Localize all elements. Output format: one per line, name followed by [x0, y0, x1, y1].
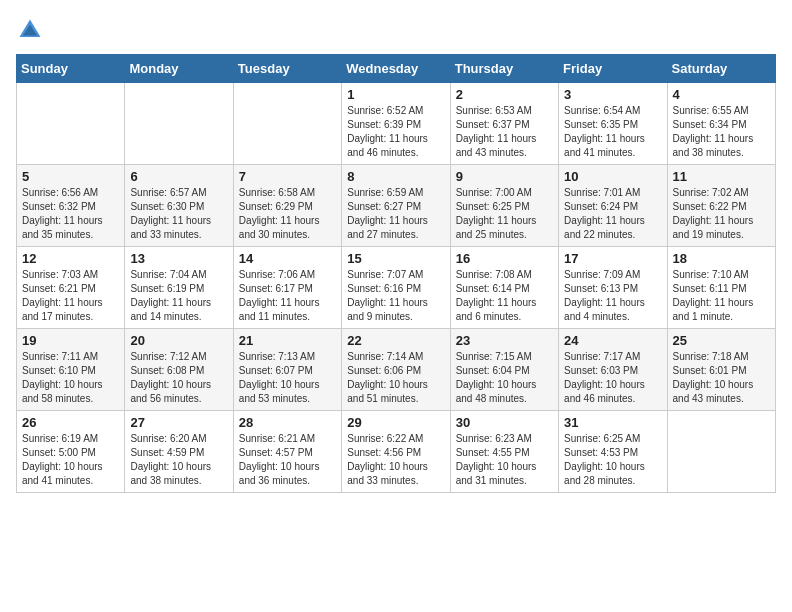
day-number: 28	[239, 415, 336, 430]
day-number: 27	[130, 415, 227, 430]
calendar-cell: 5Sunrise: 6:56 AM Sunset: 6:32 PM Daylig…	[17, 165, 125, 247]
calendar-cell: 31Sunrise: 6:25 AM Sunset: 4:53 PM Dayli…	[559, 411, 667, 493]
day-number: 15	[347, 251, 444, 266]
day-number: 5	[22, 169, 119, 184]
logo-icon	[16, 16, 44, 44]
calendar-cell: 7Sunrise: 6:58 AM Sunset: 6:29 PM Daylig…	[233, 165, 341, 247]
calendar-cell: 22Sunrise: 7:14 AM Sunset: 6:06 PM Dayli…	[342, 329, 450, 411]
day-info: Sunrise: 6:21 AM Sunset: 4:57 PM Dayligh…	[239, 432, 336, 488]
calendar-cell: 20Sunrise: 7:12 AM Sunset: 6:08 PM Dayli…	[125, 329, 233, 411]
day-info: Sunrise: 6:56 AM Sunset: 6:32 PM Dayligh…	[22, 186, 119, 242]
calendar-cell	[667, 411, 775, 493]
day-info: Sunrise: 6:22 AM Sunset: 4:56 PM Dayligh…	[347, 432, 444, 488]
calendar-cell: 26Sunrise: 6:19 AM Sunset: 5:00 PM Dayli…	[17, 411, 125, 493]
calendar-cell: 23Sunrise: 7:15 AM Sunset: 6:04 PM Dayli…	[450, 329, 558, 411]
day-number: 25	[673, 333, 770, 348]
day-number: 14	[239, 251, 336, 266]
calendar-cell: 18Sunrise: 7:10 AM Sunset: 6:11 PM Dayli…	[667, 247, 775, 329]
day-number: 11	[673, 169, 770, 184]
calendar-cell: 15Sunrise: 7:07 AM Sunset: 6:16 PM Dayli…	[342, 247, 450, 329]
calendar-cell: 27Sunrise: 6:20 AM Sunset: 4:59 PM Dayli…	[125, 411, 233, 493]
day-number: 13	[130, 251, 227, 266]
calendar-cell: 8Sunrise: 6:59 AM Sunset: 6:27 PM Daylig…	[342, 165, 450, 247]
day-info: Sunrise: 7:10 AM Sunset: 6:11 PM Dayligh…	[673, 268, 770, 324]
weekday-header: Thursday	[450, 55, 558, 83]
calendar-cell: 21Sunrise: 7:13 AM Sunset: 6:07 PM Dayli…	[233, 329, 341, 411]
calendar-week-row: 5Sunrise: 6:56 AM Sunset: 6:32 PM Daylig…	[17, 165, 776, 247]
day-info: Sunrise: 7:12 AM Sunset: 6:08 PM Dayligh…	[130, 350, 227, 406]
day-number: 22	[347, 333, 444, 348]
day-info: Sunrise: 6:20 AM Sunset: 4:59 PM Dayligh…	[130, 432, 227, 488]
calendar-cell: 30Sunrise: 6:23 AM Sunset: 4:55 PM Dayli…	[450, 411, 558, 493]
day-info: Sunrise: 6:23 AM Sunset: 4:55 PM Dayligh…	[456, 432, 553, 488]
day-info: Sunrise: 7:04 AM Sunset: 6:19 PM Dayligh…	[130, 268, 227, 324]
calendar-week-row: 12Sunrise: 7:03 AM Sunset: 6:21 PM Dayli…	[17, 247, 776, 329]
calendar-cell: 2Sunrise: 6:53 AM Sunset: 6:37 PM Daylig…	[450, 83, 558, 165]
weekday-header: Friday	[559, 55, 667, 83]
day-number: 6	[130, 169, 227, 184]
day-info: Sunrise: 7:01 AM Sunset: 6:24 PM Dayligh…	[564, 186, 661, 242]
day-info: Sunrise: 7:13 AM Sunset: 6:07 PM Dayligh…	[239, 350, 336, 406]
day-info: Sunrise: 6:52 AM Sunset: 6:39 PM Dayligh…	[347, 104, 444, 160]
day-number: 29	[347, 415, 444, 430]
calendar-cell	[125, 83, 233, 165]
day-number: 2	[456, 87, 553, 102]
weekday-header: Tuesday	[233, 55, 341, 83]
weekday-header: Wednesday	[342, 55, 450, 83]
weekday-header: Monday	[125, 55, 233, 83]
day-info: Sunrise: 7:08 AM Sunset: 6:14 PM Dayligh…	[456, 268, 553, 324]
day-number: 10	[564, 169, 661, 184]
day-info: Sunrise: 7:17 AM Sunset: 6:03 PM Dayligh…	[564, 350, 661, 406]
day-info: Sunrise: 6:58 AM Sunset: 6:29 PM Dayligh…	[239, 186, 336, 242]
calendar-cell	[17, 83, 125, 165]
day-number: 1	[347, 87, 444, 102]
day-info: Sunrise: 7:11 AM Sunset: 6:10 PM Dayligh…	[22, 350, 119, 406]
day-info: Sunrise: 7:02 AM Sunset: 6:22 PM Dayligh…	[673, 186, 770, 242]
calendar-cell: 29Sunrise: 6:22 AM Sunset: 4:56 PM Dayli…	[342, 411, 450, 493]
day-number: 30	[456, 415, 553, 430]
day-info: Sunrise: 7:07 AM Sunset: 6:16 PM Dayligh…	[347, 268, 444, 324]
day-number: 18	[673, 251, 770, 266]
day-info: Sunrise: 6:19 AM Sunset: 5:00 PM Dayligh…	[22, 432, 119, 488]
page-header	[16, 16, 776, 44]
day-info: Sunrise: 6:55 AM Sunset: 6:34 PM Dayligh…	[673, 104, 770, 160]
calendar-cell	[233, 83, 341, 165]
calendar-cell: 24Sunrise: 7:17 AM Sunset: 6:03 PM Dayli…	[559, 329, 667, 411]
day-info: Sunrise: 7:15 AM Sunset: 6:04 PM Dayligh…	[456, 350, 553, 406]
day-number: 4	[673, 87, 770, 102]
calendar-cell: 6Sunrise: 6:57 AM Sunset: 6:30 PM Daylig…	[125, 165, 233, 247]
day-info: Sunrise: 6:25 AM Sunset: 4:53 PM Dayligh…	[564, 432, 661, 488]
day-number: 16	[456, 251, 553, 266]
day-info: Sunrise: 6:57 AM Sunset: 6:30 PM Dayligh…	[130, 186, 227, 242]
day-number: 31	[564, 415, 661, 430]
calendar-cell: 17Sunrise: 7:09 AM Sunset: 6:13 PM Dayli…	[559, 247, 667, 329]
day-number: 20	[130, 333, 227, 348]
day-number: 3	[564, 87, 661, 102]
calendar-cell: 10Sunrise: 7:01 AM Sunset: 6:24 PM Dayli…	[559, 165, 667, 247]
calendar-cell: 13Sunrise: 7:04 AM Sunset: 6:19 PM Dayli…	[125, 247, 233, 329]
day-info: Sunrise: 6:54 AM Sunset: 6:35 PM Dayligh…	[564, 104, 661, 160]
calendar-cell: 4Sunrise: 6:55 AM Sunset: 6:34 PM Daylig…	[667, 83, 775, 165]
day-info: Sunrise: 7:00 AM Sunset: 6:25 PM Dayligh…	[456, 186, 553, 242]
calendar-cell: 9Sunrise: 7:00 AM Sunset: 6:25 PM Daylig…	[450, 165, 558, 247]
day-info: Sunrise: 7:18 AM Sunset: 6:01 PM Dayligh…	[673, 350, 770, 406]
day-info: Sunrise: 6:53 AM Sunset: 6:37 PM Dayligh…	[456, 104, 553, 160]
day-info: Sunrise: 6:59 AM Sunset: 6:27 PM Dayligh…	[347, 186, 444, 242]
calendar-cell: 14Sunrise: 7:06 AM Sunset: 6:17 PM Dayli…	[233, 247, 341, 329]
day-number: 19	[22, 333, 119, 348]
calendar-cell: 28Sunrise: 6:21 AM Sunset: 4:57 PM Dayli…	[233, 411, 341, 493]
day-number: 21	[239, 333, 336, 348]
day-number: 9	[456, 169, 553, 184]
calendar-cell: 19Sunrise: 7:11 AM Sunset: 6:10 PM Dayli…	[17, 329, 125, 411]
calendar-cell: 1Sunrise: 6:52 AM Sunset: 6:39 PM Daylig…	[342, 83, 450, 165]
day-number: 24	[564, 333, 661, 348]
weekday-header: Saturday	[667, 55, 775, 83]
day-number: 17	[564, 251, 661, 266]
calendar-cell: 16Sunrise: 7:08 AM Sunset: 6:14 PM Dayli…	[450, 247, 558, 329]
calendar-week-row: 26Sunrise: 6:19 AM Sunset: 5:00 PM Dayli…	[17, 411, 776, 493]
calendar-table: SundayMondayTuesdayWednesdayThursdayFrid…	[16, 54, 776, 493]
day-number: 23	[456, 333, 553, 348]
calendar-cell: 11Sunrise: 7:02 AM Sunset: 6:22 PM Dayli…	[667, 165, 775, 247]
day-info: Sunrise: 7:03 AM Sunset: 6:21 PM Dayligh…	[22, 268, 119, 324]
day-info: Sunrise: 7:14 AM Sunset: 6:06 PM Dayligh…	[347, 350, 444, 406]
